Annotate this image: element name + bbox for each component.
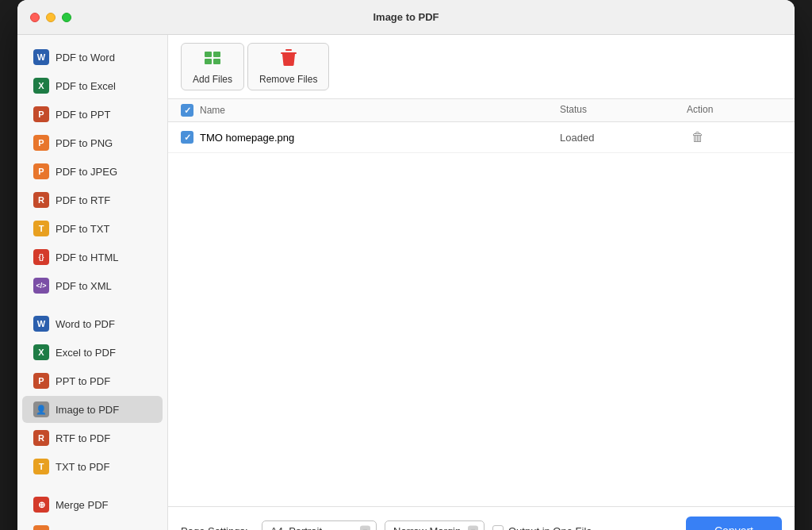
sidebar-item-pdf-to-txt[interactable]: TPDF to TXT: [22, 215, 163, 242]
svg-rect-4: [281, 52, 297, 54]
rtf-to-pdf-icon: R: [33, 430, 49, 446]
sidebar-divider: [17, 300, 167, 309]
sidebar-item-merge-pdf[interactable]: ⊕Merge PDF: [22, 491, 163, 518]
sidebar-item-label: PDF to PPT: [56, 109, 110, 121]
pdf-to-xml-icon: </>: [33, 278, 49, 294]
sidebar-item-label: Word to PDF: [56, 318, 115, 330]
sidebar: WPDF to WordXPDF to ExcelPPDF to PPTPPDF…: [17, 35, 168, 530]
svg-rect-0: [205, 52, 212, 57]
file-name-cell: TMO homepage.png: [181, 131, 560, 144]
file-status: Loaded: [560, 132, 687, 144]
sidebar-item-label: Excel to PDF: [56, 347, 116, 359]
page-settings-label: Page Settings:: [181, 525, 252, 531]
pdf-to-html-icon: {}: [33, 249, 49, 265]
add-files-icon: [203, 48, 222, 71]
table-row: TMO homepage.png Loaded 🗑: [168, 122, 795, 153]
file-name: TMO homepage.png: [200, 132, 294, 144]
margin-wrapper: Narrow MarginNormal MarginWide MarginNo …: [385, 520, 485, 531]
sidebar-item-image-to-pdf[interactable]: 👤Image to PDF: [22, 396, 163, 423]
sidebar-item-split-pdf[interactable]: ✂Split PDF: [22, 520, 163, 530]
sidebar-item-label: PDF to HTML: [56, 252, 118, 263]
sidebar-item-label: PDF to JPEG: [56, 166, 117, 178]
page-settings-row: Page Settings: A4_PortraitA4_LandscapeLe…: [181, 517, 782, 530]
margin-select[interactable]: Narrow MarginNormal MarginWide MarginNo …: [385, 520, 485, 531]
file-table: Name Status Action TMO homepage.png Load…: [168, 99, 795, 506]
remove-files-label: Remove Files: [259, 74, 317, 85]
pdf-to-png-icon: P: [33, 135, 49, 151]
table-body: TMO homepage.png Loaded 🗑: [168, 122, 795, 153]
output-one-file-label: Output in One File: [508, 525, 592, 531]
bottom-bar: Page Settings: A4_PortraitA4_LandscapeLe…: [168, 506, 795, 530]
remove-files-button[interactable]: Remove Files: [247, 43, 329, 90]
file-action-cell: 🗑: [687, 129, 782, 146]
sidebar-item-word-to-pdf[interactable]: WWord to PDF: [22, 310, 163, 337]
convert-button[interactable]: Convert: [686, 517, 782, 530]
sidebar-item-pdf-to-excel[interactable]: XPDF to Excel: [22, 72, 163, 99]
page-size-select[interactable]: A4_PortraitA4_LandscapeLetter_PortraitLe…: [262, 520, 377, 531]
titlebar: Image to PDF: [17, 0, 795, 35]
add-files-label: Add Files: [193, 74, 232, 85]
sidebar-item-ppt-to-pdf[interactable]: PPPT to PDF: [22, 367, 163, 394]
pdf-to-word-icon: W: [33, 49, 49, 65]
sidebar-item-label: PPT to PDF: [56, 375, 110, 387]
sidebar-divider: [17, 481, 167, 490]
main-area: Add Files Remove Files: [168, 35, 795, 530]
image-to-pdf-icon: 👤: [33, 401, 49, 417]
window-title: Image to PDF: [373, 11, 439, 23]
output-one-file-checkbox[interactable]: [492, 525, 504, 530]
svg-rect-3: [213, 59, 220, 64]
close-button[interactable]: [30, 13, 40, 22]
sidebar-item-label: PDF to RTF: [56, 194, 110, 206]
header-name: Name: [181, 104, 560, 117]
sidebar-item-pdf-to-html[interactable]: {}PDF to HTML: [22, 244, 163, 271]
toolbar: Add Files Remove Files: [168, 35, 795, 99]
delete-file-button[interactable]: 🗑: [687, 129, 709, 146]
sidebar-item-label: PDF to TXT: [56, 223, 109, 235]
txt-to-pdf-icon: T: [33, 459, 49, 474]
sidebar-item-label: Split PDF: [56, 528, 99, 531]
add-files-button[interactable]: Add Files: [181, 43, 244, 90]
pdf-to-txt-icon: T: [33, 221, 49, 236]
pdf-to-ppt-icon: P: [33, 106, 49, 122]
sidebar-item-label: Image to PDF: [56, 404, 119, 416]
sidebar-item-label: PDF to PNG: [56, 137, 113, 149]
select-all-checkbox[interactable]: [181, 104, 193, 117]
traffic-lights: [30, 13, 71, 22]
app-window: Image to PDF WPDF to WordXPDF to ExcelPP…: [17, 0, 795, 530]
sidebar-item-label: PDF to Excel: [56, 80, 116, 92]
minimize-button[interactable]: [46, 13, 56, 22]
excel-to-pdf-icon: X: [33, 344, 49, 360]
sidebar-item-label: RTF to PDF: [56, 432, 110, 444]
sidebar-item-pdf-to-rtf[interactable]: RPDF to RTF: [22, 186, 163, 213]
sidebar-item-excel-to-pdf[interactable]: XExcel to PDF: [22, 339, 163, 366]
table-header: Name Status Action: [168, 99, 795, 122]
sidebar-item-label: TXT to PDF: [56, 461, 109, 473]
ppt-to-pdf-icon: P: [33, 373, 49, 389]
sidebar-item-pdf-to-jpeg[interactable]: PPDF to JPEG: [22, 158, 163, 185]
merge-pdf-icon: ⊕: [33, 497, 49, 513]
sidebar-item-pdf-to-ppt[interactable]: PPDF to PPT: [22, 101, 163, 128]
sidebar-item-label: PDF to XML: [56, 280, 112, 292]
output-one-file-checkbox-label[interactable]: Output in One File: [492, 525, 592, 531]
split-pdf-icon: ✂: [33, 525, 49, 530]
pdf-to-jpeg-icon: P: [33, 163, 49, 179]
svg-rect-2: [205, 59, 212, 64]
sidebar-item-rtf-to-pdf[interactable]: RRTF to PDF: [22, 424, 163, 451]
sidebar-item-pdf-to-xml[interactable]: </>PDF to XML: [22, 272, 163, 299]
svg-rect-5: [285, 49, 292, 51]
row-checkbox-0[interactable]: [181, 131, 193, 144]
sidebar-item-txt-to-pdf[interactable]: TTXT to PDF: [22, 453, 163, 480]
maximize-button[interactable]: [62, 13, 71, 22]
pdf-to-excel-icon: X: [33, 78, 49, 94]
content-area: WPDF to WordXPDF to ExcelPPDF to PPTPPDF…: [17, 35, 795, 530]
header-status: Status: [560, 104, 687, 117]
remove-files-icon: [280, 48, 297, 71]
sidebar-item-pdf-to-png[interactable]: PPDF to PNG: [22, 129, 163, 156]
word-to-pdf-icon: W: [33, 316, 49, 332]
sidebar-item-pdf-to-word[interactable]: WPDF to Word: [22, 44, 163, 71]
header-action: Action: [687, 104, 782, 117]
pdf-to-rtf-icon: R: [33, 192, 49, 208]
svg-rect-1: [213, 52, 220, 57]
sidebar-item-label: PDF to Word: [56, 52, 115, 63]
page-size-wrapper: A4_PortraitA4_LandscapeLetter_PortraitLe…: [262, 520, 377, 531]
